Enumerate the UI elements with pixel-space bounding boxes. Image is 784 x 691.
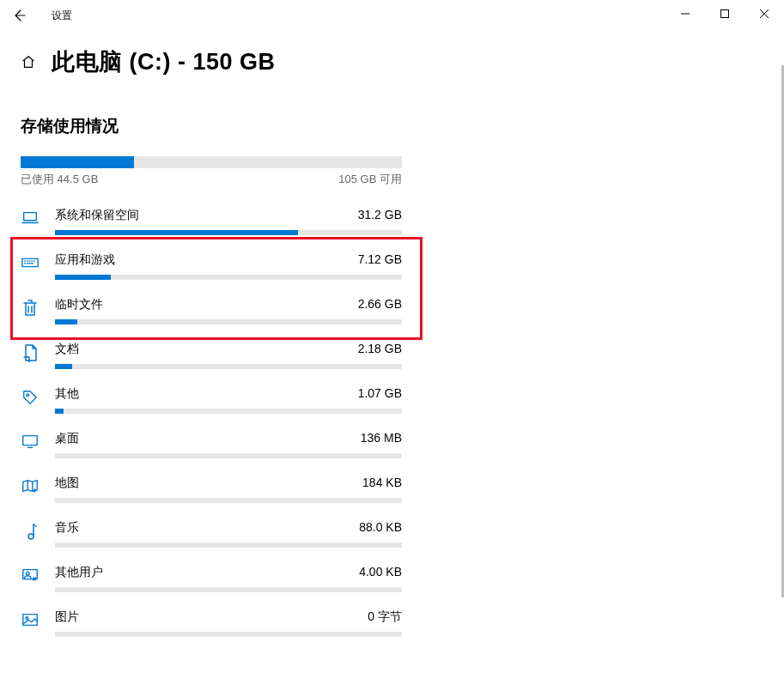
home-icon[interactable] xyxy=(21,54,36,70)
category-bar xyxy=(55,632,402,637)
category-bar-fill xyxy=(55,409,64,414)
category-label: 地图 xyxy=(55,476,79,491)
map-icon xyxy=(21,477,40,494)
category-item[interactable]: 音乐 88.0 KB xyxy=(21,512,402,556)
category-size: 31.2 GB xyxy=(358,208,402,223)
minimize-button[interactable] xyxy=(665,0,705,27)
category-size: 7.12 GB xyxy=(358,252,402,268)
category-bar xyxy=(55,542,402,548)
category-size: 136 MB xyxy=(361,431,402,446)
trash-icon xyxy=(21,299,40,318)
svg-rect-0 xyxy=(721,10,729,18)
category-label: 系统和保留空间 xyxy=(55,208,139,223)
picture-icon xyxy=(21,611,40,628)
category-item[interactable]: 临时文件 2.66 GB xyxy=(21,288,402,333)
category-size: 88.0 KB xyxy=(359,520,402,536)
svg-rect-2 xyxy=(22,258,38,266)
category-label: 音乐 xyxy=(55,520,79,536)
content-area: 此电脑 (C:) - 150 GB 存储使用情况 已使用 44.5 GB 105… xyxy=(0,31,784,646)
svg-point-3 xyxy=(27,394,29,397)
category-bar-fill xyxy=(55,364,72,369)
overall-usage: 已使用 44.5 GB 105 GB 可用 xyxy=(21,156,402,187)
category-list: 系统和保留空间 31.2 GB 应用和游戏 7.12 GB 临时文件 2.66 … xyxy=(21,199,402,646)
overall-usage-fill xyxy=(21,156,134,168)
category-label: 桌面 xyxy=(55,431,79,446)
category-bar-fill xyxy=(55,319,77,324)
category-bar-fill xyxy=(55,275,111,280)
category-bar xyxy=(55,275,402,280)
category-bar-fill xyxy=(55,230,298,235)
music-icon xyxy=(21,522,40,541)
users-icon xyxy=(21,567,40,584)
category-item[interactable]: 图片 0 字节 xyxy=(21,601,402,646)
category-item[interactable]: 系统和保留空间 31.2 GB xyxy=(21,199,402,244)
svg-rect-4 xyxy=(23,436,38,446)
category-label: 文档 xyxy=(55,342,79,357)
svg-point-9 xyxy=(26,617,28,620)
scrollbar-track[interactable] xyxy=(772,31,784,691)
svg-point-7 xyxy=(26,572,29,575)
document-icon xyxy=(21,343,40,362)
category-size: 184 KB xyxy=(362,476,402,491)
page-heading: 此电脑 (C:) - 150 GB xyxy=(21,46,763,77)
category-bar xyxy=(55,230,402,235)
category-size: 1.07 GB xyxy=(358,386,402,402)
category-size: 0 字节 xyxy=(368,609,402,625)
maximize-icon xyxy=(720,9,729,18)
back-arrow-icon xyxy=(12,9,26,22)
category-item[interactable]: 其他 1.07 GB xyxy=(21,378,402,422)
keyboard-icon xyxy=(21,254,40,271)
category-size: 2.66 GB xyxy=(358,297,402,312)
category-size: 4.00 KB xyxy=(359,565,402,580)
category-item[interactable]: 桌面 136 MB xyxy=(21,422,402,467)
close-icon xyxy=(760,9,769,18)
laptop-icon xyxy=(21,209,40,227)
category-label: 其他 xyxy=(55,386,79,402)
back-button[interactable] xyxy=(12,9,33,22)
monitor-icon xyxy=(21,433,40,450)
category-item[interactable]: 地图 184 KB xyxy=(21,467,402,512)
category-label: 图片 xyxy=(55,609,79,625)
maximize-button[interactable] xyxy=(705,0,744,27)
category-bar xyxy=(55,453,402,458)
window-title: 设置 xyxy=(52,9,72,23)
category-label: 其他用户 xyxy=(55,565,103,580)
svg-point-5 xyxy=(28,534,33,539)
close-button[interactable] xyxy=(744,0,784,27)
category-size: 2.18 GB xyxy=(358,342,402,357)
category-bar xyxy=(55,364,402,369)
overall-usage-bar xyxy=(21,156,402,168)
category-label: 应用和游戏 xyxy=(55,252,115,268)
tag-icon xyxy=(21,388,40,407)
category-bar xyxy=(55,587,402,592)
free-label: 105 GB 可用 xyxy=(338,172,402,187)
category-item[interactable]: 文档 2.18 GB xyxy=(21,333,402,378)
used-label: 已使用 44.5 GB xyxy=(21,172,98,187)
category-bar xyxy=(55,409,402,414)
category-label: 临时文件 xyxy=(55,297,103,312)
page-title: 此电脑 (C:) - 150 GB xyxy=(52,46,276,77)
minimize-icon xyxy=(681,9,690,18)
window-controls xyxy=(665,0,784,27)
category-bar xyxy=(55,319,402,324)
category-item[interactable]: 应用和游戏 7.12 GB xyxy=(21,244,402,288)
svg-rect-1 xyxy=(24,213,37,221)
category-bar xyxy=(55,498,402,503)
section-title: 存储使用情况 xyxy=(21,115,763,137)
category-item[interactable]: 其他用户 4.00 KB xyxy=(21,556,402,601)
